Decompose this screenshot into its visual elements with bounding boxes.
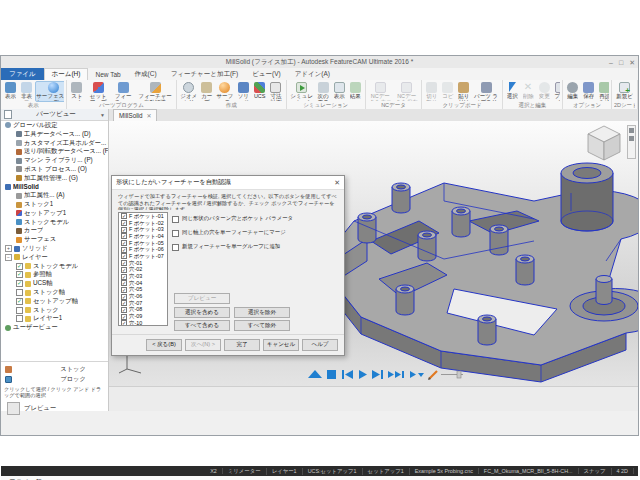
option-checkbox-unchecked[interactable] (172, 230, 179, 237)
preview-button[interactable]: プレビュー (174, 293, 230, 304)
ribbon-button[interactable]: サーフェス (215, 81, 234, 102)
tree-item[interactable]: グローバル設定 (1, 121, 108, 130)
ribbon-tab[interactable]: ビュー(V) (245, 68, 287, 80)
wizard-nav-button[interactable]: 完了 (224, 339, 260, 351)
include-all-button[interactable]: すべて含める (174, 320, 230, 331)
tree-item[interactable]: MillSolid (1, 183, 108, 192)
feature-checkbox-checked[interactable] (121, 227, 127, 233)
dialog-option[interactable]: 新規フィーチャーを単一グループに追加 (172, 243, 342, 251)
tree-item[interactable]: ストックモデル (1, 218, 108, 227)
ribbon-button[interactable]: 表示 (332, 81, 347, 102)
feature-checkbox-checked[interactable] (121, 267, 127, 273)
ribbon-tab[interactable]: ホーム(H) (44, 68, 89, 80)
tree-item[interactable]: ストック軸 (1, 288, 108, 297)
tree-item[interactable]: サーフェス (1, 235, 108, 244)
feature-checkbox-checked[interactable] (121, 320, 127, 326)
ribbon-button[interactable]: プロパティ (553, 81, 560, 102)
exclude-selection-button[interactable]: 選択を除外 (234, 307, 290, 318)
minimize-button[interactable]: – (609, 59, 613, 66)
tree-item[interactable]: マシン ライブラリ... (P) (1, 156, 108, 165)
feature-list-item[interactable]: 穴-09 (119, 313, 167, 320)
view-cube[interactable] (584, 123, 624, 163)
wizard-nav-button[interactable]: キャンセル (263, 339, 299, 351)
feature-list-item[interactable]: 穴-05 (119, 287, 167, 294)
feature-checkbox-checked[interactable] (121, 307, 127, 313)
feature-list-item[interactable]: 穴-08 (119, 307, 167, 314)
tree-item[interactable]: セットアップ軸 (1, 297, 108, 306)
ribbon-button[interactable]: 非表示 (19, 81, 34, 102)
feature-checkbox-checked[interactable] (121, 314, 127, 320)
ribbon-button[interactable]: パーツ ライブラリ (472, 81, 499, 102)
tree-item[interactable]: 加工属性管理... (G) (1, 174, 108, 183)
feature-list-item[interactable]: 穴-10 (119, 320, 167, 326)
feature-list-item[interactable]: 穴-07 (119, 300, 167, 307)
dialog-option[interactable]: 同じ軸上の穴を単一フィーチャーにマージ (172, 229, 342, 237)
feature-list-item[interactable]: 穴-04 (119, 280, 167, 287)
viewport-toolbar[interactable] (627, 125, 636, 159)
include-selection-button[interactable]: 選択を含める (174, 307, 230, 318)
ribbon-button[interactable]: カーブ (199, 81, 214, 102)
tree-item[interactable]: UCS軸 (1, 279, 108, 288)
ribbon-tab[interactable]: New Tab (88, 68, 127, 80)
ribbon-button[interactable]: 切り取り (424, 81, 439, 102)
tree-item[interactable]: ストックモデル (1, 262, 108, 271)
feature-checkbox-checked[interactable] (121, 294, 127, 300)
tree-item[interactable]: ユーザービュー (1, 323, 108, 332)
layer-checkbox[interactable] (16, 263, 23, 270)
ribbon-button[interactable]: UCS (252, 81, 267, 102)
ribbon-button[interactable]: ストック (69, 81, 86, 102)
tree-item[interactable]: ストック (1, 306, 108, 315)
wizard-nav-button[interactable]: ヘルプ (302, 339, 338, 351)
exclude-all-button[interactable]: すべて除外 (234, 320, 290, 331)
dialog-title-bar[interactable]: 形状にしたがいフィーチャーを自動認識 ✕ (112, 176, 344, 190)
feature-checkbox-checked[interactable] (121, 287, 127, 293)
close-tab-icon[interactable]: ✕ (146, 112, 151, 119)
tree-item[interactable]: ソリッド (1, 244, 108, 253)
ribbon-button[interactable]: 新規ビュー (614, 81, 635, 102)
ribbon-button[interactable]: シミュレーション モード (289, 81, 315, 102)
tree-item[interactable]: カーブ (1, 227, 108, 236)
feature-list-item[interactable]: F ポケット-07 (119, 253, 167, 260)
layer-checkbox[interactable] (16, 298, 23, 305)
ribbon-button[interactable]: サーフェスをシェーディング (35, 81, 64, 102)
wizard-nav-button[interactable]: < 戻る(B) (146, 339, 182, 351)
tree-item[interactable]: 送り/回転数データベース... (F) (1, 147, 108, 156)
preview-widget[interactable]: プレビュー (7, 402, 108, 415)
feature-list-item[interactable]: 穴-06 (119, 293, 167, 300)
feature-checkbox-checked[interactable] (121, 260, 127, 266)
tree-item[interactable]: レイヤー1 (1, 315, 108, 324)
layer-checkbox[interactable] (16, 289, 23, 296)
simulation-playback-bar[interactable] (305, 367, 465, 382)
close-button[interactable]: ✕ (629, 59, 635, 66)
feature-list-item[interactable]: 穴-01 (119, 260, 167, 267)
feature-checkbox-checked[interactable] (121, 240, 127, 246)
tree-item[interactable]: 参照軸 (1, 271, 108, 280)
feature-checkbox-checked[interactable] (121, 220, 127, 226)
dialog-close-icon[interactable]: ✕ (334, 179, 340, 187)
ribbon-button[interactable]: 寸法計測 (268, 81, 283, 102)
ribbon-tab[interactable]: 作成(C) (128, 68, 164, 80)
feature-checkbox-checked[interactable] (121, 253, 127, 259)
ribbon-button[interactable]: 貼り付け (456, 81, 471, 102)
option-checkbox-unchecked[interactable] (172, 216, 179, 223)
part-view-header[interactable]: パーツビュー ▼ (1, 109, 108, 121)
feature-checkbox-checked[interactable] (121, 300, 127, 306)
wizard-nav-button[interactable]: 次へ(N) > (185, 339, 221, 351)
maximize-button[interactable]: □ (619, 59, 623, 66)
layer-checkbox[interactable] (16, 280, 23, 287)
ribbon-button[interactable]: ソリッド (235, 81, 251, 102)
feature-checkbox-checked[interactable] (121, 280, 127, 286)
tree-item[interactable]: 工具データベース... (D) (1, 130, 108, 139)
tree-item[interactable]: レイヤー (1, 253, 108, 262)
file-tab[interactable]: ファイル (1, 68, 44, 80)
ribbon-button[interactable]: 保存 (581, 81, 596, 102)
tree-item[interactable]: ポスト プロセス... (O) (1, 165, 108, 174)
ribbon-button[interactable]: コピー (440, 81, 455, 102)
expander-icon[interactable] (5, 245, 12, 252)
feature-checkbox-checked[interactable] (121, 247, 127, 253)
feature-list-item[interactable]: 穴-03 (119, 273, 167, 280)
ribbon-button[interactable]: 変更 (537, 81, 552, 102)
tree-item[interactable]: ストック1 (1, 200, 108, 209)
layer-checkbox[interactable] (16, 315, 23, 322)
feature-list-item[interactable]: 穴-02 (119, 267, 167, 274)
